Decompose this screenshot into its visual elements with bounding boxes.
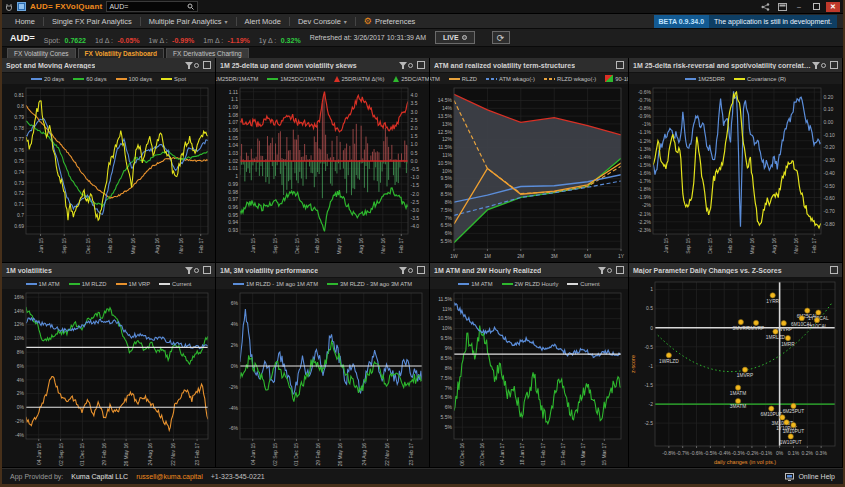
tab-fx-derivatives-charting[interactable]: FX Derivatives Charting xyxy=(166,48,249,58)
menu-home[interactable]: Home xyxy=(8,14,42,28)
maximize-button[interactable] xyxy=(809,2,823,12)
legend-item[interactable]: 3M RLZD - 3M ago 3M ATM xyxy=(327,281,412,287)
svg-text:-1%: -1% xyxy=(642,121,651,127)
svg-text:-2.0: -2.0 xyxy=(411,191,420,197)
tab-fx-volatility-cones[interactable]: FX Volatility Cones xyxy=(7,48,76,58)
chart-canvas[interactable]: 16%14%12%10%8%6%4%2%0%-2%-4%04 Jun 1502 … xyxy=(2,289,215,467)
svg-text:2%: 2% xyxy=(17,390,25,396)
maximize-icon[interactable] xyxy=(417,60,425,71)
svg-text:8%: 8% xyxy=(445,199,453,205)
chart-canvas[interactable]: 14.5%14%13.5%13%12.5%12%11.5%11%10.5%10%… xyxy=(430,84,628,262)
legend-item[interactable]: RLZD wkago(-) xyxy=(544,76,596,82)
legend-label: 1M RLZD xyxy=(82,281,107,287)
maximize-icon[interactable] xyxy=(830,60,838,71)
legend-item[interactable]: 60 days xyxy=(73,76,106,82)
legend-item[interactable]: Spot xyxy=(161,76,186,82)
svg-text:-3.5: -3.5 xyxy=(411,215,420,221)
minimize-button[interactable]: – xyxy=(792,2,806,12)
legend-item[interactable]: 100 days xyxy=(116,76,153,82)
chart-canvas[interactable]: 11.5%11%10.5%10%9.5%9%8.5%8%7.5%7%6.5%6%… xyxy=(430,289,628,467)
maximize-icon[interactable] xyxy=(830,265,838,276)
filter-icon[interactable] xyxy=(811,60,826,71)
legend-item[interactable]: 1M VRP xyxy=(116,281,151,287)
legend-item[interactable]: 1M25DR/1MATM xyxy=(216,76,258,82)
panel-title: 1M 25-delta up and down volatility skews xyxy=(220,62,357,69)
svg-text:9%: 9% xyxy=(445,183,453,189)
legend-item[interactable]: Current xyxy=(159,281,191,287)
svg-text:-2.5: -2.5 xyxy=(411,199,420,205)
legend-item[interactable]: 1M ATM xyxy=(458,281,492,287)
chart-canvas[interactable]: 1.111.11.091.081.071.061.051.041.031.021… xyxy=(216,84,429,262)
tab-fx-volatility-dashboard[interactable]: FX Volatility Dashboard xyxy=(78,48,164,58)
menu-multiple-pair[interactable]: Multiple Pair Analytics▾ xyxy=(142,14,235,28)
chart-canvas[interactable]: 0.810.80.790.780.770.760.750.740.730.720… xyxy=(2,84,215,262)
panel-hourly-realized: 1M ATM and 2W Hourly Realized1M ATM2W RL… xyxy=(430,263,629,468)
svg-text:10.5%: 10.5% xyxy=(438,160,453,166)
menu-preferences[interactable]: ⚙Preferences xyxy=(357,14,423,28)
svg-text:1.08: 1.08 xyxy=(228,112,238,118)
online-help[interactable]: Online Help xyxy=(785,473,835,481)
share-icon[interactable] xyxy=(758,2,772,12)
filter-icon[interactable] xyxy=(184,60,199,71)
menu-single-fx-pair[interactable]: Single FX Pair Analytics xyxy=(45,14,139,28)
svg-text:-1.0: -1.0 xyxy=(411,174,420,180)
filter-icon[interactable] xyxy=(184,265,199,276)
svg-text:-2%: -2% xyxy=(642,202,651,208)
svg-text:-2.2%: -2.2% xyxy=(638,219,652,225)
legend-item[interactable]: 20 days xyxy=(31,76,64,82)
svg-text:-0.20: -0.20 xyxy=(824,144,836,150)
maximize-icon[interactable] xyxy=(203,60,211,71)
panel-header-skews: 1M 25-delta up and down volatility skews xyxy=(216,58,429,73)
chart-canvas[interactable]: 6%4%2%0%-2%-4%-6%04 Jun 1502 Sep 1501 De… xyxy=(216,289,429,467)
svg-text:1MRR: 1MRR xyxy=(781,342,795,347)
svg-text:26 May 16: 26 May 16 xyxy=(123,443,129,467)
legend-item[interactable]: Covariance (R) xyxy=(734,76,786,82)
svg-text:7%: 7% xyxy=(445,215,453,221)
legend-item[interactable]: 1M ATM xyxy=(26,281,60,287)
legend-item[interactable]: 1M RLZD - 1M ago 1M ATM xyxy=(233,281,318,287)
svg-text:6%: 6% xyxy=(17,363,25,369)
legend-item[interactable]: ATM wkago(-) xyxy=(486,76,535,82)
svg-text:9%: 9% xyxy=(445,345,453,351)
chart-legend: 20 days60 days100 daysSpot xyxy=(2,73,215,84)
symbol-search-input[interactable] xyxy=(109,3,185,10)
panel-header-term-structure: ATM and realized volatility term-structu… xyxy=(430,58,628,73)
contact-email-link[interactable]: russell@kuma.capital xyxy=(136,473,203,480)
svg-text:3.0: 3.0 xyxy=(411,109,418,115)
menu-dev-console[interactable]: Dev Console▾ xyxy=(291,14,354,28)
symbol-searchbox[interactable] xyxy=(106,1,198,12)
legend-label: 25DC/ATM Δ(%) xyxy=(401,76,430,82)
filter-icon[interactable] xyxy=(597,265,612,276)
legend-item[interactable]: Current xyxy=(567,281,599,287)
chart-canvas[interactable]: -0.6%-0.7%-0.8%-0.9%-1%-1.1%-1.2%-1.3%-1… xyxy=(629,84,842,262)
maximize-icon[interactable] xyxy=(203,265,211,276)
legend-item[interactable]: 25DC/ATM Δ(%) xyxy=(393,76,430,82)
filter-icon[interactable] xyxy=(398,60,413,71)
chart-canvas[interactable]: 1WRLZD1YRR3MVRP6MVRP1WVRP6M25CAL1Y25CAL6… xyxy=(629,278,842,467)
live-toggle[interactable]: LIVE xyxy=(435,31,475,44)
legend-item[interactable]: 2W RLZD Hourly xyxy=(502,281,559,287)
filter-icon[interactable] xyxy=(398,265,413,276)
maximize-icon[interactable] xyxy=(616,60,624,71)
change-1d: 1d Δ : -0.05% xyxy=(95,29,140,47)
chart-plot-hourly-realized: 11.5%11%10.5%10%9.5%9%8.5%8%7.5%7%6.5%6%… xyxy=(430,289,628,467)
close-button[interactable]: ✕ xyxy=(826,2,840,12)
legend-item[interactable]: 90-10th(R) xyxy=(605,75,629,82)
refresh-button[interactable]: ⟳ xyxy=(492,31,510,44)
svg-text:4.0: 4.0 xyxy=(411,92,418,98)
maximize-icon[interactable] xyxy=(417,265,425,276)
legend-item[interactable]: ATM xyxy=(430,76,440,82)
svg-text:1.05: 1.05 xyxy=(228,135,238,141)
svg-text:04 Jun 15: 04 Jun 15 xyxy=(250,443,256,465)
layout-icon[interactable] xyxy=(775,2,789,12)
legend-item[interactable]: 1M RLZD xyxy=(69,281,107,287)
legend-item[interactable]: 1M25DC/1MATM xyxy=(267,76,324,82)
legend-item[interactable]: 25DR/ATM Δ(%) xyxy=(334,76,385,82)
legend-item[interactable]: 1M25DRR xyxy=(685,76,725,82)
legend-label: 1M25DC/1MATM xyxy=(280,76,324,82)
menu-alert-mode[interactable]: Alert Mode xyxy=(238,14,288,28)
search-icon[interactable] xyxy=(187,3,194,10)
maximize-icon[interactable] xyxy=(616,265,624,276)
panel-vol-performance: 1M, 3M volatility performance1M RLZD - 1… xyxy=(216,263,430,468)
legend-item[interactable]: RLZD xyxy=(449,76,477,82)
